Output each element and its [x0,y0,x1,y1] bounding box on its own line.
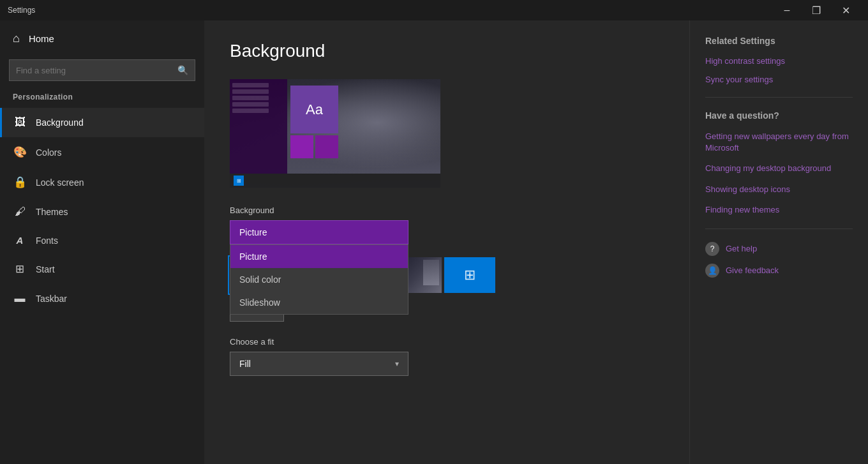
sidebar-item-background[interactable]: 🖼 Background [0,108,204,137]
preview-taskbar: ⊞ [230,174,440,188]
option-label-solid-color: Solid color [239,274,281,285]
dropdown-option-picture[interactable]: Picture [230,245,408,268]
search-icon: 🔍 [177,65,188,75]
background-dropdown-menu: Picture Solid color Slideshow [230,244,408,315]
preview-desktop-tile: Aa [290,86,338,133]
option-label-picture: Picture [239,251,267,262]
option-label-slideshow: Slideshow [239,297,280,308]
close-button[interactable]: ✕ [831,0,860,20]
app-body: ⌂ Home 🔍 Personalization 🖼 Background 🎨 … [0,20,868,464]
change-desktop-link[interactable]: Changing my desktop background [705,163,853,174]
sidebar-item-themes[interactable]: 🖌 Themes [0,197,204,227]
high-contrast-link[interactable]: High contrast settings [705,56,853,66]
fonts-icon: A [13,235,27,246]
sidebar: ⌂ Home 🔍 Personalization 🖼 Background 🎨 … [0,20,204,464]
background-dropdown-wrapper: Picture Picture Solid color Slideshow [230,220,408,244]
sidebar-home-label: Home [29,33,54,44]
sidebar-item-fonts[interactable]: A Fonts [0,227,204,254]
taskbar-icon: ▬ [13,292,27,305]
lock-icon: 🔒 [13,176,27,189]
sidebar-item-label-fonts: Fonts [36,236,58,246]
chevron-down-icon: ▾ [395,359,399,368]
dropdown-option-slideshow[interactable]: Slideshow [230,291,408,314]
background-icon: 🖼 [13,116,27,129]
thumbnail-5[interactable]: ⊞ [444,257,495,293]
sidebar-item-label-themes: Themes [36,207,68,217]
dropdown-option-solid-color[interactable]: Solid color [230,268,408,291]
give-feedback-link: Give feedback [726,266,779,275]
sync-settings-link[interactable]: Sync your settings [705,75,853,84]
preview-theme-row [232,102,269,107]
help-section: ? Get help 👤 Give feedback [705,242,853,278]
minimize-button[interactable]: – [772,0,802,20]
sidebar-section-title: Personalization [0,89,204,108]
thumbnail-image-5: ⊞ [444,257,495,293]
themes-icon: 🖌 [13,206,27,218]
maximize-button[interactable]: ❐ [802,0,831,20]
search-input[interactable] [16,66,177,75]
sidebar-item-label-start: Start [36,264,55,274]
sidebar-item-label-background: Background [36,117,84,128]
sidebar-item-label-taskbar: Taskbar [36,294,67,304]
preview-theme-panel [230,79,287,174]
divider [705,97,853,98]
title-bar: Settings – ❐ ✕ [0,0,868,20]
new-themes-link[interactable]: Finding new themes [705,204,853,216]
sidebar-item-lock-screen[interactable]: 🔒 Lock screen [0,167,204,197]
sidebar-item-start[interactable]: ⊞ Start [0,254,204,284]
have-question-title: Have a question? [705,110,853,121]
main-content: Background Aa ⊞ Background Picture [204,20,689,464]
background-dropdown-selected[interactable]: Picture [230,220,408,244]
sidebar-item-taskbar[interactable]: ▬ Taskbar [0,284,204,313]
fit-dropdown-value: Fill [239,359,251,369]
sidebar-item-colors[interactable]: 🎨 Colors [0,137,204,167]
page-title: Background [230,41,664,61]
get-help-link: Get help [726,244,757,253]
divider-2 [705,228,853,229]
preview-theme-row [232,96,269,100]
preview-theme-row [232,83,269,87]
preview-theme-row [232,89,269,94]
background-preview: Aa ⊞ [230,79,440,188]
dropdown-selected-value: Picture [239,227,267,237]
fit-dropdown[interactable]: Fill ▾ [230,352,408,376]
choose-fit-label: Choose a fit [230,337,664,347]
home-icon: ⌂ [13,32,20,45]
right-panel: Related Settings High contrast settings … [689,20,868,464]
give-feedback-item[interactable]: 👤 Give feedback [705,264,853,278]
sidebar-item-label-lock: Lock screen [36,177,84,188]
preview-tile-accent [290,135,313,158]
related-settings-title: Related Settings [705,36,853,46]
preview-start-button: ⊞ [234,176,244,186]
desktop-icons-link[interactable]: Showing desktop icons [705,184,853,195]
new-wallpapers-link[interactable]: Getting new wallpapers every day from Mi… [705,131,853,154]
colors-icon: 🎨 [13,146,27,159]
preview-theme-row [232,109,269,113]
start-icon: ⊞ [13,262,27,276]
sidebar-item-label-colors: Colors [36,147,61,158]
background-section-label: Background [230,206,664,215]
give-feedback-icon: 👤 [705,264,719,278]
preview-tile-accent2 [315,135,338,158]
search-box[interactable]: 🔍 [9,59,195,81]
app-title: Settings [8,6,772,15]
get-help-icon: ? [705,242,719,256]
window-controls: – ❐ ✕ [772,0,860,20]
sidebar-home[interactable]: ⌂ Home [0,20,204,57]
get-help-item[interactable]: ? Get help [705,242,853,256]
